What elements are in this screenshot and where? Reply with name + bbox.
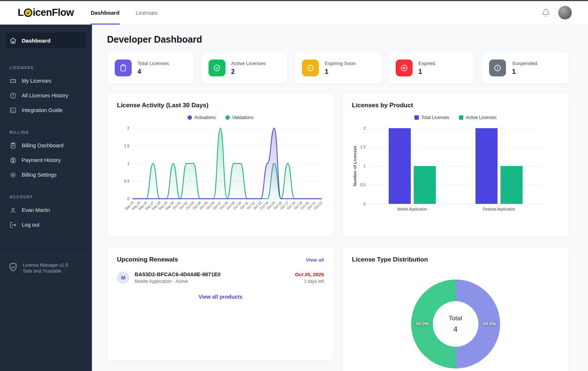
stat-label: Expired (418, 61, 435, 66)
sidebar-item-label: My Licenses (22, 78, 51, 84)
svg-text:1: 1 (127, 161, 129, 166)
sidebar-item-label: Payment History (22, 157, 61, 163)
license-activity-legend: ActivationsValidations (117, 115, 324, 120)
stat-card-suspended: Suspended 1 (481, 52, 569, 84)
sidebar-footer: License Manager v1.0 Safe and Trustable (0, 255, 92, 274)
legend-item[interactable]: Active Licenses (459, 115, 496, 120)
alert-circle-icon (489, 60, 506, 76)
sidebar-item-label: All Licenses History (22, 93, 68, 98)
sidebar-item-billing-settings[interactable]: Billing Settings (6, 168, 86, 182)
upcoming-renewals-title: Upcoming Renewals (117, 256, 178, 263)
sidebar-item-label: Dashboard (22, 37, 50, 44)
stat-card-total-licenses: Total Licenses 4 (107, 52, 195, 84)
svg-text:Mobile Application: Mobile Application (398, 207, 427, 211)
svg-text:0: 0 (363, 202, 366, 206)
history-clock-icon (10, 92, 17, 99)
logo-check-icon (24, 8, 32, 17)
sidebar-section-licenses: LICENSES (10, 65, 86, 70)
sidebar-item-profile[interactable]: Evan Martin (6, 203, 86, 217)
license-activity-chart: 00.511.52Sep 24Sep 25Sep 26Sep 27Sep 28S… (117, 122, 324, 220)
notifications-bell-icon[interactable] (542, 8, 550, 17)
licenses-by-product-legend: Total LicensesActive Licenses (352, 115, 559, 120)
legend-swatch (188, 115, 192, 120)
donut-chart: 50.0% 50.0% Total 4 (411, 280, 500, 368)
donut-center-label: Total (449, 315, 462, 322)
legend-item[interactable]: Validations (225, 115, 254, 120)
sidebar-item-label: Integration Guide (22, 107, 63, 113)
svg-text:2: 2 (127, 126, 129, 130)
stat-card-expired: Expired 1 (388, 52, 475, 84)
logo-text-prefix: L (18, 7, 24, 18)
svg-text:0: 0 (127, 197, 129, 201)
donut-pct-right: 50.0% (483, 321, 496, 327)
stat-value: 1 (512, 68, 537, 76)
licenses-by-product-chart: 00.511.52Number of LicensesMobile Applic… (352, 122, 559, 220)
renewal-avatar: M (117, 271, 129, 284)
sidebar-item-label: Log out (22, 222, 39, 228)
nav-tab-dashboard[interactable]: Dashboard (91, 1, 120, 25)
license-activity-title: License Activity (Last 30 Days) (117, 102, 324, 109)
gear-icon (10, 172, 17, 179)
page-title: Developer Dashboard (107, 34, 569, 45)
sidebar-section-billing: BILLING (10, 130, 86, 134)
stat-card-active-licenses: Active Licenses 2 (201, 52, 288, 84)
stat-label: Active Licenses (231, 61, 266, 66)
stat-value: 2 (231, 68, 266, 76)
app-logo[interactable]: L icenFlow (18, 7, 74, 18)
license-key-text: BA53D2-BFCAC6-4D4A8E-9871E0 (135, 271, 221, 277)
licenses-by-product-title: Licenses by Product (352, 102, 559, 109)
view-all-products-link[interactable]: View all products (199, 294, 242, 300)
license-type-distribution-card: License Type Distribution 50.0% 50.0% To… (342, 247, 569, 371)
nav-tab-licenses[interactable]: Licenses (136, 1, 157, 25)
donut-pct-left: 50.0% (416, 321, 429, 327)
app-version-text: License Manager v1.0 (23, 262, 68, 268)
logo-text-suffix: icenFlow (33, 7, 74, 18)
legend-item[interactable]: Activations (188, 115, 216, 120)
ticket-icon (10, 78, 17, 84)
main-content: Developer Dashboard Total Licenses 4 Act… (92, 25, 588, 371)
stat-label: Expiring Soon (325, 61, 356, 66)
app-tagline-text: Safe and Trustable (23, 268, 68, 274)
sidebar-item-dashboard[interactable]: Dashboard (6, 32, 86, 48)
top-header: L icenFlow Dashboard Licenses (0, 1, 588, 25)
renewal-days-left: 1 days left (295, 279, 324, 284)
stat-label: Total Licenses (138, 61, 169, 66)
upcoming-renewals-card: Upcoming Renewals View all M BA53D2-BFCA… (107, 247, 334, 361)
svg-text:1.5: 1.5 (360, 145, 366, 149)
view-all-link[interactable]: View all (306, 257, 324, 263)
sidebar-item-my-licenses[interactable]: My Licenses (6, 73, 86, 88)
x-circle-icon (396, 60, 413, 76)
svg-text:1: 1 (363, 164, 366, 168)
sidebar-item-integration-guide[interactable]: Integration Guide (6, 103, 86, 118)
svg-text:Number of Licenses: Number of Licenses (353, 146, 357, 186)
billing-clipboard-icon (10, 142, 17, 149)
sidebar-item-logout[interactable]: Log out (6, 217, 86, 232)
sidebar-item-label: Billing Dashboard (22, 143, 64, 148)
user-avatar[interactable] (558, 6, 572, 19)
stat-card-expiring-soon: Expiring Soon 1 (294, 52, 382, 84)
sidebar-item-all-licenses-history[interactable]: All Licenses History (6, 88, 86, 103)
clipboard-icon (115, 60, 132, 76)
svg-text:2: 2 (363, 126, 366, 130)
license-activity-card: License Activity (Last 30 Days) Activati… (107, 93, 334, 237)
stats-row: Total Licenses 4 Active Licenses 2 Expir… (107, 52, 569, 84)
clock-icon (302, 60, 319, 76)
licenses-by-product-card: Licenses by Product Total LicensesActive… (342, 93, 569, 237)
legend-swatch (459, 115, 463, 120)
user-icon (10, 207, 17, 214)
sidebar: Dashboard LICENSES My Licenses All Licen… (0, 25, 92, 371)
sidebar-section-account: ACCOUNT (10, 195, 86, 199)
license-sub-text: Mobile Application · Active (135, 279, 221, 284)
sidebar-item-payment-history[interactable]: Payment History (6, 153, 86, 168)
logout-icon (10, 221, 17, 228)
legend-item[interactable]: Total Licenses (414, 115, 449, 120)
license-type-distribution-title: License Type Distribution (352, 256, 559, 263)
renewal-list-item[interactable]: M BA53D2-BFCAC6-4D4A8E-9871E0 Mobile App… (117, 271, 324, 284)
svg-text:1.5: 1.5 (124, 144, 129, 148)
home-icon (10, 37, 17, 44)
sidebar-item-billing-dashboard[interactable]: Billing Dashboard (6, 138, 86, 153)
donut-center-value: 4 (453, 325, 457, 334)
check-circle-icon (209, 60, 225, 76)
sidebar-item-label: Billing Settings (22, 172, 57, 178)
stat-label: Suspended (512, 61, 537, 66)
